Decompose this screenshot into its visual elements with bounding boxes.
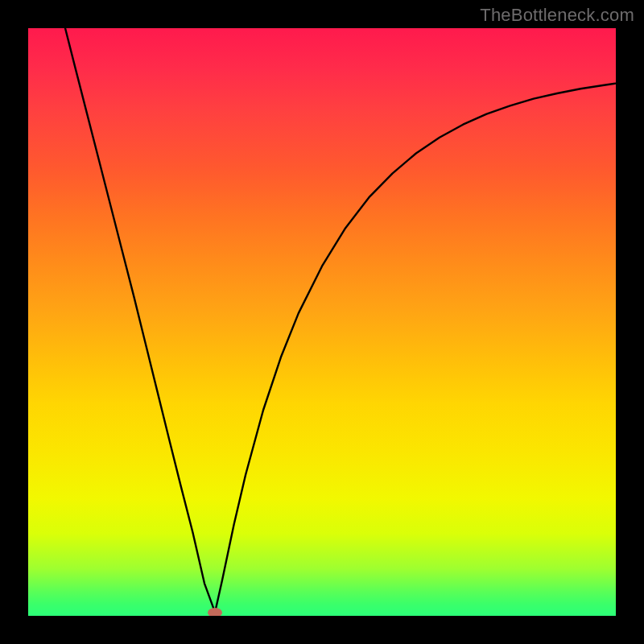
minimum-marker bbox=[208, 608, 222, 616]
watermark-text: TheBottleneck.com bbox=[480, 5, 634, 26]
bottleneck-curve bbox=[28, 28, 616, 616]
chart-frame: TheBottleneck.com bbox=[0, 0, 644, 644]
plot-area bbox=[28, 28, 616, 616]
